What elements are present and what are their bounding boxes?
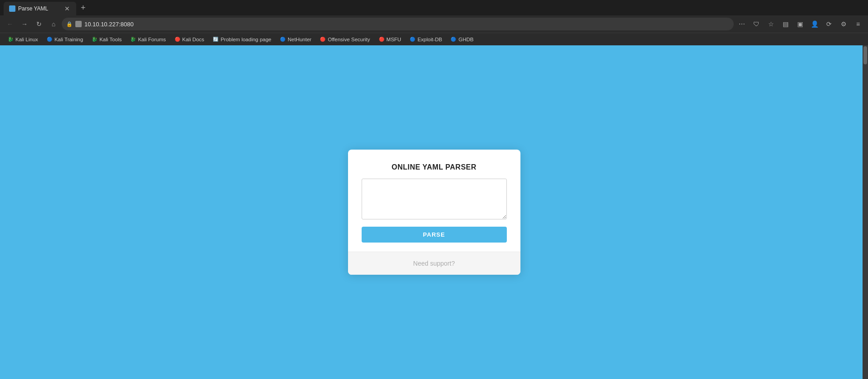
yaml-input[interactable] bbox=[362, 179, 507, 219]
bookmark-kali-training-label: Kali Training bbox=[54, 37, 83, 42]
bookmark-nethunter[interactable]: 🔵 NetHunter bbox=[276, 35, 315, 44]
firefox-menu-button[interactable]: ≡ bbox=[852, 18, 864, 30]
bookmark-star-button[interactable]: ☆ bbox=[765, 18, 777, 30]
page-content: ONLINE YAML PARSER PARSE Need support? bbox=[0, 45, 868, 379]
nav-bar: ← → ↻ ⌂ 🔒 ⋯ 🛡 ☆ ▤ ▣ 👤 ⟳ ⚙ ≡ bbox=[0, 15, 868, 33]
active-tab[interactable]: Parse YAML ✕ bbox=[4, 2, 76, 15]
kali-forums-icon: 🐉 bbox=[130, 36, 136, 43]
kali-linux-icon: 🐉 bbox=[7, 36, 14, 43]
bookmark-exploit-db-label: Exploit-DB bbox=[417, 37, 442, 42]
kali-docs-icon: 🔴 bbox=[174, 36, 181, 43]
bookmark-nethunter-label: NetHunter bbox=[288, 37, 311, 42]
tab-bar: Parse YAML ✕ + bbox=[0, 0, 868, 15]
bookmark-offensive-security-label: Offensive Security bbox=[328, 37, 370, 42]
reload-button[interactable]: ↻ bbox=[33, 18, 45, 30]
browser-chrome: Parse YAML ✕ + ← → ↻ ⌂ 🔒 ⋯ 🛡 ☆ ▤ ▣ 👤 bbox=[0, 0, 868, 45]
nethunter-icon: 🔵 bbox=[280, 36, 286, 43]
bookmark-kali-docs-label: Kali Docs bbox=[182, 37, 205, 42]
address-favicon bbox=[75, 21, 82, 27]
bookmarks-bar: 🐉 Kali Linux 🔵 Kali Training 🐉 Kali Tool… bbox=[0, 33, 868, 45]
sidebar-button[interactable]: ▤ bbox=[779, 18, 792, 30]
forward-button[interactable]: → bbox=[18, 18, 31, 30]
address-input[interactable] bbox=[84, 21, 729, 28]
support-link[interactable]: Need support? bbox=[413, 260, 455, 267]
bookmark-kali-linux-label: Kali Linux bbox=[15, 37, 38, 42]
msfu-icon: 🔴 bbox=[378, 36, 385, 43]
bookmark-kali-tools[interactable]: 🐉 Kali Tools bbox=[88, 35, 125, 44]
bookmark-kali-forums-label: Kali Forums bbox=[138, 37, 166, 42]
tab-overview-button[interactable]: ▣ bbox=[794, 18, 806, 30]
tab-favicon bbox=[9, 5, 15, 12]
card-body: ONLINE YAML PARSER PARSE bbox=[348, 150, 520, 252]
exploit-db-icon: 🔵 bbox=[409, 36, 416, 43]
bookmark-kali-forums[interactable]: 🐉 Kali Forums bbox=[126, 35, 169, 44]
kali-training-icon: 🔵 bbox=[46, 36, 53, 43]
home-button[interactable]: ⌂ bbox=[47, 18, 60, 30]
bookmark-msfu[interactable]: 🔴 MSFU bbox=[375, 35, 405, 44]
scrollbar[interactable] bbox=[863, 45, 868, 379]
tab-close-button[interactable]: ✕ bbox=[64, 5, 71, 12]
bookmark-offensive-security[interactable]: 🔴 Offensive Security bbox=[316, 35, 373, 44]
kali-tools-icon: 🐉 bbox=[91, 36, 98, 43]
bookmark-problem-loading[interactable]: 🔄 Problem loading page bbox=[209, 35, 275, 44]
shield-button[interactable]: 🛡 bbox=[750, 18, 763, 30]
bookmark-problem-loading-label: Problem loading page bbox=[221, 37, 271, 42]
bookmark-ghdb-label: GHDB bbox=[458, 37, 473, 42]
bookmark-kali-docs[interactable]: 🔴 Kali Docs bbox=[171, 35, 208, 44]
bookmark-kali-training[interactable]: 🔵 Kali Training bbox=[43, 35, 87, 44]
offensive-security-icon: 🔴 bbox=[319, 36, 326, 43]
bookmark-kali-linux[interactable]: 🐉 Kali Linux bbox=[4, 35, 42, 44]
ghdb-icon: 🔵 bbox=[450, 36, 456, 43]
tab-title: Parse YAML bbox=[18, 5, 61, 12]
back-button[interactable]: ← bbox=[4, 18, 16, 30]
security-lock-icon: 🔒 bbox=[66, 21, 73, 27]
new-tab-button[interactable]: + bbox=[77, 3, 89, 13]
card-title: ONLINE YAML PARSER bbox=[392, 163, 476, 171]
problem-loading-icon: 🔄 bbox=[212, 36, 219, 43]
bookmark-msfu-label: MSFU bbox=[387, 37, 402, 42]
profile-button[interactable]: 👤 bbox=[808, 18, 821, 30]
parse-button[interactable]: PARSE bbox=[362, 227, 507, 243]
yaml-parser-card: ONLINE YAML PARSER PARSE Need support? bbox=[348, 150, 520, 275]
bookmark-exploit-db[interactable]: 🔵 Exploit-DB bbox=[406, 35, 446, 44]
extensions-button[interactable]: ⋯ bbox=[736, 18, 748, 30]
scrollbar-thumb[interactable] bbox=[863, 46, 867, 64]
address-bar-container: 🔒 bbox=[62, 18, 734, 30]
bookmark-kali-tools-label: Kali Tools bbox=[99, 37, 122, 42]
card-footer: Need support? bbox=[348, 252, 520, 275]
bookmark-ghdb[interactable]: 🔵 GHDB bbox=[446, 35, 477, 44]
nav-right-buttons: ⋯ 🛡 ☆ ▤ ▣ 👤 ⟳ ⚙ ≡ bbox=[736, 18, 864, 30]
sync-button[interactable]: ⟳ bbox=[823, 18, 835, 30]
settings-button[interactable]: ⚙ bbox=[837, 18, 850, 30]
